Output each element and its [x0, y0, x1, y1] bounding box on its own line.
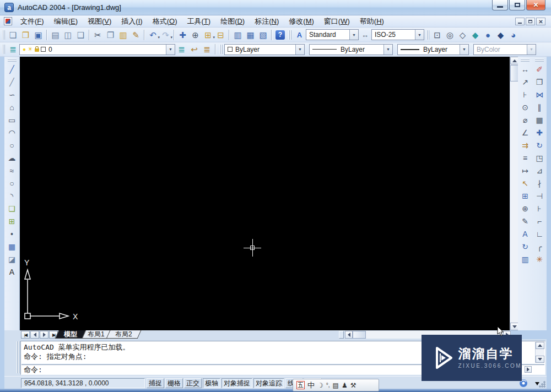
snap-toggle[interactable]: 捕捉: [147, 378, 164, 388]
ime-input-mode[interactable]: 五: [296, 381, 305, 389]
chamfer-button[interactable]: ∟: [533, 228, 546, 240]
radius-dimension-button[interactable]: ⊙: [519, 101, 532, 113]
layer-previous-button[interactable]: ↩: [188, 43, 201, 56]
maximize-button[interactable]: [509, 0, 525, 10]
rectangle-button[interactable]: ▭: [6, 114, 18, 126]
drawing-file-icon[interactable]: [4, 17, 12, 25]
dim-style-combo[interactable]: ISO-25▼: [371, 29, 424, 40]
combo-arrow-icon[interactable]: ▼: [415, 30, 424, 40]
scroll-left-button[interactable]: [345, 331, 353, 339]
menu-edit-button[interactable]: 编辑(E): [49, 15, 83, 28]
ordinate-dimension-button[interactable]: ⊦: [519, 89, 532, 101]
scroll-down-button[interactable]: [510, 323, 518, 330]
dimension-edit-button[interactable]: ✎: [519, 215, 532, 227]
osnap-toggle[interactable]: 对象捕捉: [222, 378, 252, 388]
copy-object-button[interactable]: ❐: [533, 76, 546, 88]
line-button[interactable]: ╱: [6, 63, 18, 75]
toolbar-grip[interactable]: [289, 30, 291, 40]
baseline-dimension-button[interactable]: ≡: [519, 152, 532, 164]
fillet-button[interactable]: ╭: [533, 241, 546, 253]
publish-button[interactable]: ❑: [74, 29, 87, 41]
gouraud-shaded-button[interactable]: ◆: [494, 29, 507, 41]
explode-button[interactable]: ✳: [533, 253, 546, 265]
ime-settings-wrench-icon[interactable]: ⚒: [350, 382, 356, 389]
save-button[interactable]: ▣: [32, 29, 45, 41]
otrack-toggle[interactable]: 对象追踪: [253, 378, 284, 388]
offset-button[interactable]: ∥: [533, 101, 546, 113]
center-mark-button[interactable]: ⊕: [519, 203, 532, 215]
dim-style-button[interactable]: ↔: [359, 29, 371, 41]
combo-arrow-icon[interactable]: ▼: [383, 45, 392, 55]
text-style-button[interactable]: A: [293, 29, 306, 41]
quick-leader-button[interactable]: ↖: [519, 177, 532, 189]
toolbar-grip[interactable]: [220, 45, 223, 54]
ime-user-icon[interactable]: ♟: [342, 382, 348, 389]
ime-punctuation-icon[interactable]: °,: [326, 382, 330, 388]
named-views-button[interactable]: ⊡: [431, 29, 444, 41]
ime-fullhalf-icon[interactable]: ☽: [317, 382, 323, 389]
circle-button[interactable]: ○: [6, 139, 18, 151]
linear-dimension-button[interactable]: ↔: [519, 63, 532, 75]
polygon-button[interactable]: ⌂: [6, 101, 18, 113]
quick-dimension-button[interactable]: ⇉: [519, 139, 532, 151]
plot-preview-button[interactable]: ◫: [62, 29, 74, 41]
tab-layout2[interactable]: 布局2: [106, 330, 141, 339]
menu-view-button[interactable]: 视图(V): [83, 15, 116, 28]
redo-button[interactable]: ↷: [159, 29, 172, 41]
zoom-window-button[interactable]: ⊞: [202, 29, 214, 41]
polar-toggle[interactable]: 极轴: [203, 378, 220, 388]
arc-button[interactable]: ◠: [6, 127, 18, 139]
menu-modify-button[interactable]: 修改(M): [284, 15, 319, 28]
ellipse-arc-button[interactable]: ◝: [6, 190, 18, 202]
mdi-restore-button[interactable]: [526, 18, 535, 25]
revision-cloud-button[interactable]: ☁: [6, 152, 18, 164]
angular-dimension-button[interactable]: ∠: [519, 127, 532, 139]
tab-next-button[interactable]: [40, 331, 48, 339]
stretch-button[interactable]: ⊿: [533, 165, 546, 177]
diameter-dimension-button[interactable]: ⌀: [519, 114, 532, 126]
designcenter-button[interactable]: ▦: [244, 29, 257, 41]
dimension-text-edit-button[interactable]: A: [519, 228, 532, 240]
scroll-up-button[interactable]: [536, 342, 544, 349]
layer-combo[interactable]: ● ☀ 0 ▼: [19, 44, 175, 55]
scroll-up-button[interactable]: [510, 57, 518, 64]
ellipse-button[interactable]: ○: [6, 177, 18, 189]
region-button[interactable]: ◪: [6, 253, 18, 265]
flat-shaded-button[interactable]: ●: [482, 29, 494, 41]
scale-button[interactable]: ◳: [533, 152, 546, 164]
3d-orbit-button[interactable]: ◎: [444, 29, 456, 41]
minimize-button[interactable]: [492, 0, 508, 10]
tolerance-button[interactable]: ⊞: [519, 190, 532, 202]
aligned-dimension-button[interactable]: ↗: [519, 76, 532, 88]
hscroll-thumb[interactable]: [353, 331, 366, 339]
dimension-update-button[interactable]: ↻: [519, 241, 532, 253]
toolbar-grip[interactable]: [426, 30, 429, 40]
tab-prev-button[interactable]: [30, 331, 39, 339]
hidden-view-button[interactable]: ◆: [469, 29, 482, 41]
help-button[interactable]: ?: [274, 29, 287, 41]
toolbar-grip[interactable]: [8, 59, 17, 62]
ime-language[interactable]: 中: [307, 380, 315, 390]
toolbar-grip[interactable]: [535, 59, 544, 62]
menu-dimension-button[interactable]: 标注(N): [250, 15, 284, 28]
cut-button[interactable]: ✂: [91, 29, 104, 41]
point-button[interactable]: •: [6, 228, 18, 240]
coordinates-display[interactable]: 954.0818, 341.3128 , 0.0000: [21, 378, 145, 388]
combo-arrow-icon[interactable]: ▼: [349, 30, 358, 40]
construction-line-button[interactable]: ╱: [6, 76, 18, 88]
layers-manager-button[interactable]: ≣: [175, 43, 188, 56]
menu-tools-button[interactable]: 工具(T): [182, 15, 215, 28]
ime-keyboard-icon[interactable]: ▤: [333, 382, 339, 389]
plot-button[interactable]: ▤: [49, 29, 62, 41]
wireframe-button[interactable]: ◇: [456, 29, 469, 41]
tab-model[interactable]: 模型: [55, 330, 87, 339]
ortho-toggle[interactable]: 正交: [184, 378, 202, 388]
grid-toggle[interactable]: 栅格: [165, 378, 183, 388]
linetype-combo[interactable]: ByLayer ▼: [309, 44, 393, 55]
command-scroll-right-button[interactable]: [525, 366, 532, 373]
menu-file-button[interactable]: 文件(F): [15, 15, 49, 28]
paste-button[interactable]: ▥: [117, 29, 129, 41]
app-icon[interactable]: a: [4, 3, 14, 12]
color-combo[interactable]: ByLayer ▼: [224, 44, 305, 55]
menu-draw-button[interactable]: 绘图(D): [215, 15, 250, 28]
